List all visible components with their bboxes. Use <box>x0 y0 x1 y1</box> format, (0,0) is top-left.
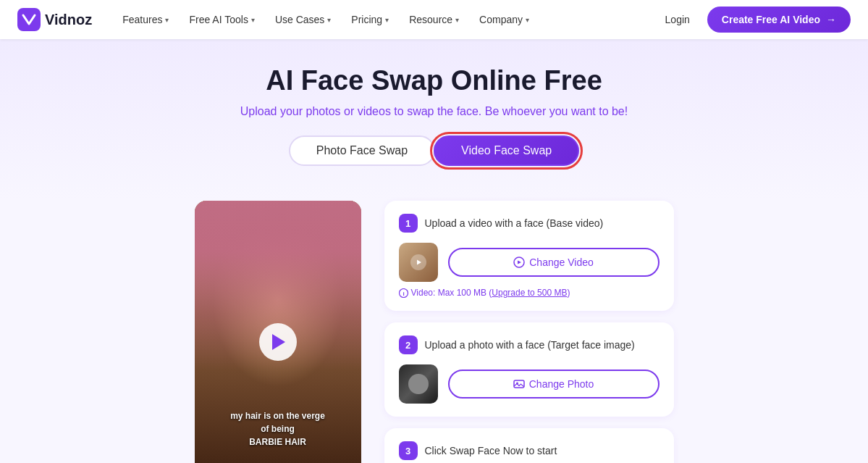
play-icon <box>272 334 285 350</box>
video-thumbnail-bg <box>399 243 438 282</box>
nav-right: Login Create Free AI Video → <box>660 7 851 33</box>
step-3-title: Click Swap Face Now to start <box>425 445 557 456</box>
nav-item-free-ai-tools[interactable]: Free AI Tools ▾ <box>179 0 264 39</box>
video-play-icon <box>410 254 426 270</box>
svg-rect-0 <box>17 8 41 31</box>
face-silhouette <box>408 374 429 394</box>
play-circle-icon <box>513 256 525 268</box>
change-video-button[interactable]: Change Video <box>448 248 660 277</box>
chevron-down-icon: ▾ <box>165 16 169 24</box>
upgrade-link[interactable]: Upgrade to 500 MB <box>492 288 567 298</box>
nav-label-use-cases: Use Cases <box>275 14 324 25</box>
chevron-down-icon: ▾ <box>327 16 331 24</box>
nav-links: Features ▾ Free AI Tools ▾ Use Cases ▾ P… <box>112 0 659 39</box>
create-free-ai-video-button[interactable]: Create Free AI Video → <box>707 7 851 33</box>
arrow-icon: → <box>826 14 836 25</box>
step-2-card: 2 Upload a photo with a face (Target fac… <box>384 322 674 417</box>
logo-label: Vidnoz <box>45 12 92 28</box>
logo[interactable]: Vidnoz <box>17 8 92 31</box>
step-3-number: 3 <box>399 441 418 460</box>
info-icon: i <box>399 288 408 298</box>
chevron-down-icon: ▾ <box>526 16 529 24</box>
step-2-body: Change Photo <box>399 364 660 404</box>
step-2-thumbnail <box>399 364 438 404</box>
video-background: my hair is on the vergeof beingBARBIE HA… <box>195 201 361 463</box>
hero-title: AI Face Swap Online Free <box>17 65 851 96</box>
step-2-header: 2 Upload a photo with a face (Target fac… <box>399 335 660 354</box>
file-size-note: Video: Max 100 MB (Upgrade to 500 MB) <box>411 288 570 298</box>
nav-item-features[interactable]: Features ▾ <box>112 0 179 39</box>
step-1-title: Upload a video with a face (Base video) <box>425 217 604 229</box>
nav-label-free-ai-tools: Free AI Tools <box>189 14 248 25</box>
step-2-number: 2 <box>399 335 418 354</box>
cta-label: Create Free AI Video <box>722 14 820 25</box>
step-3-card: 3 Click Swap Face Now to start Swap Face… <box>384 428 674 463</box>
nav-label-pricing: Pricing <box>351 14 382 25</box>
step-1-body: Change Video <box>399 243 660 282</box>
file-note-step1: i Video: Max 100 MB (Upgrade to 500 MB) <box>399 288 660 298</box>
chevron-down-icon: ▾ <box>455 16 459 24</box>
tab-video-face-swap[interactable]: Video Face Swap <box>434 135 579 166</box>
step-2-title: Upload a photo with a face (Target face … <box>425 339 635 351</box>
chevron-down-icon: ▾ <box>251 16 255 24</box>
right-panel: 1 Upload a video with a face (Base video… <box>384 201 674 463</box>
step-3-header: 3 Click Swap Face Now to start <box>399 441 660 460</box>
video-caption: my hair is on the vergeof beingBARBIE HA… <box>195 409 361 449</box>
step-1-card: 1 Upload a video with a face (Base video… <box>384 201 674 311</box>
hero-section: AI Face Swap Online Free Upload your pho… <box>0 39 868 201</box>
face-thumbnail-bg <box>399 364 438 404</box>
nav-label-resource: Resource <box>409 14 452 25</box>
tab-bar: Photo Face Swap Video Face Swap <box>17 135 851 166</box>
nav-label-features: Features <box>122 14 162 25</box>
step-1-number: 1 <box>399 214 418 233</box>
video-preview: my hair is on the vergeof beingBARBIE HA… <box>195 201 361 463</box>
navbar: Vidnoz Features ▾ Free AI Tools ▾ Use Ca… <box>0 0 868 39</box>
change-video-label: Change Video <box>529 256 593 268</box>
play-button[interactable] <box>259 323 297 361</box>
nav-label-company: Company <box>479 14 523 25</box>
change-photo-label: Change Photo <box>529 378 594 390</box>
tab-photo-face-swap[interactable]: Photo Face Swap <box>289 135 435 166</box>
step-1-header: 1 Upload a video with a face (Base video… <box>399 214 660 233</box>
logo-icon <box>17 8 41 31</box>
svg-rect-5 <box>514 380 524 388</box>
main-content: my hair is on the vergeof beingBARBIE HA… <box>0 201 868 463</box>
change-photo-button[interactable]: Change Photo <box>448 370 660 399</box>
hero-subtitle: Upload your photos or videos to swap the… <box>17 105 851 118</box>
step-1-thumbnail <box>399 243 438 282</box>
nav-item-company[interactable]: Company ▾ <box>469 0 539 39</box>
nav-item-resource[interactable]: Resource ▾ <box>399 0 469 39</box>
nav-item-pricing[interactable]: Pricing ▾ <box>341 0 399 39</box>
login-button[interactable]: Login <box>660 14 696 25</box>
chevron-down-icon: ▾ <box>385 16 389 24</box>
image-icon <box>513 378 525 390</box>
svg-text:i: i <box>403 291 404 297</box>
nav-item-use-cases[interactable]: Use Cases ▾ <box>265 0 341 39</box>
